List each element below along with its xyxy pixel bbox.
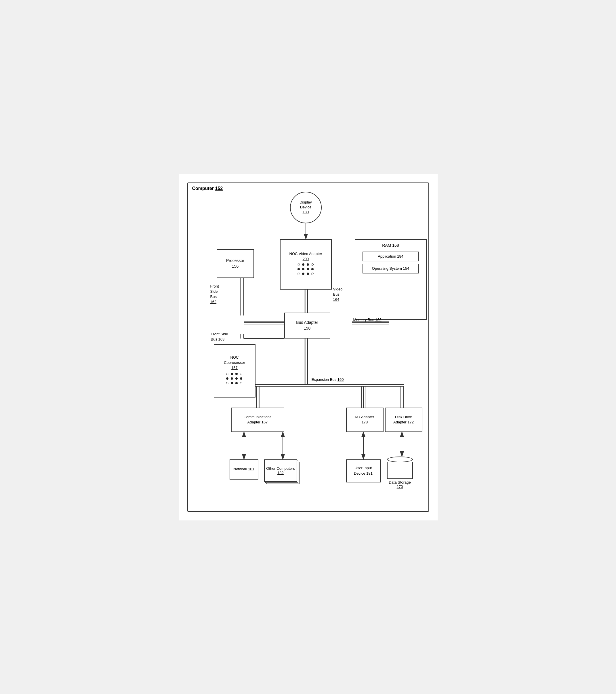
network-box: Network 101	[229, 459, 258, 479]
ram-label: RAM 168	[382, 243, 399, 249]
dot	[302, 273, 304, 275]
dot	[307, 263, 309, 266]
dot	[235, 382, 238, 384]
data-storage-cylinder: Data Storage170	[387, 457, 413, 489]
application-label: Application	[378, 254, 396, 258]
processor-label: Processor 156	[226, 258, 244, 269]
dot	[240, 373, 242, 375]
dot	[226, 377, 228, 380]
ram-box: RAM 168 Application 184 Operating System…	[355, 239, 427, 320]
diagram: DisplayDevice180 NOC Video Adapter209	[194, 189, 423, 506]
dot	[235, 373, 238, 375]
cylinder-body	[387, 462, 413, 479]
dot	[226, 382, 228, 384]
expansion-bus-label: Expansion Bus 160	[312, 377, 344, 382]
application-box: Application 184	[362, 252, 419, 261]
display-label: DisplayDevice180	[299, 200, 312, 215]
noc-coprocessor-label: NOCCoprocessor157	[224, 355, 245, 371]
cylinder-top	[387, 457, 413, 462]
dot	[302, 268, 304, 270]
dot	[231, 377, 233, 380]
dot	[240, 382, 242, 384]
noc-video-adapter: NOC Video Adapter209	[280, 239, 332, 290]
user-input-box: User InputDevice 181	[346, 459, 381, 482]
dot	[311, 268, 314, 270]
os-number: 154	[403, 266, 409, 271]
dot	[231, 382, 233, 384]
bus-adapter-box: Bus Adapter158	[284, 313, 330, 339]
noc-coprocessor-dot-grid	[226, 373, 243, 385]
dot	[307, 268, 309, 270]
user-input-label: User InputDevice 181	[354, 465, 373, 476]
dot	[298, 273, 300, 275]
os-label: Operating System	[372, 266, 402, 271]
noc-video-dot-grid	[298, 263, 314, 275]
front-side-bus-163-label: Front SideBus 163	[211, 332, 228, 342]
processor-box: Processor 156	[217, 249, 254, 278]
dot	[226, 373, 228, 375]
noc-video-label: NOC Video Adapter209	[290, 251, 322, 262]
io-adapter-label: I/O Adapter178	[355, 415, 374, 425]
dot	[311, 263, 314, 266]
dot	[307, 273, 309, 275]
dot	[240, 377, 242, 380]
dot	[231, 373, 233, 375]
dot	[302, 263, 304, 266]
noc-coprocessor-box: NOCCoprocessor157	[214, 344, 256, 398]
page: Computer 152	[179, 174, 437, 520]
dot	[235, 377, 238, 380]
comm-adapter-label: CommunicationsAdapter 167	[244, 415, 272, 425]
disk-drive-adapter-box: Disk DriveAdapter 172	[385, 407, 422, 432]
bus-adapter-label: Bus Adapter158	[296, 320, 318, 331]
disk-drive-adapter-label: Disk DriveAdapter 172	[393, 415, 414, 425]
io-adapter-box: I/O Adapter178	[346, 407, 384, 432]
data-storage-label: Data Storage170	[389, 480, 411, 489]
memory-bus-label: Memory Bus 166	[353, 317, 381, 322]
dot	[298, 268, 300, 270]
network-label: Network 101	[234, 467, 254, 472]
video-bus-label: VideoBus164	[333, 287, 343, 303]
other-computers-container: Other Computers182	[264, 459, 300, 485]
other-computers-label: Other Computers182	[266, 466, 295, 475]
operating-system-box: Operating System 154	[362, 264, 419, 273]
comm-adapter-box: CommunicationsAdapter 167	[231, 407, 284, 432]
dot	[311, 273, 314, 275]
dot	[298, 263, 300, 266]
application-number: 184	[397, 254, 404, 258]
front-side-bus-162-label: FrontSideBus162	[210, 284, 219, 305]
outer-box: Computer 152	[187, 182, 429, 512]
display-device: DisplayDevice180	[290, 192, 322, 223]
